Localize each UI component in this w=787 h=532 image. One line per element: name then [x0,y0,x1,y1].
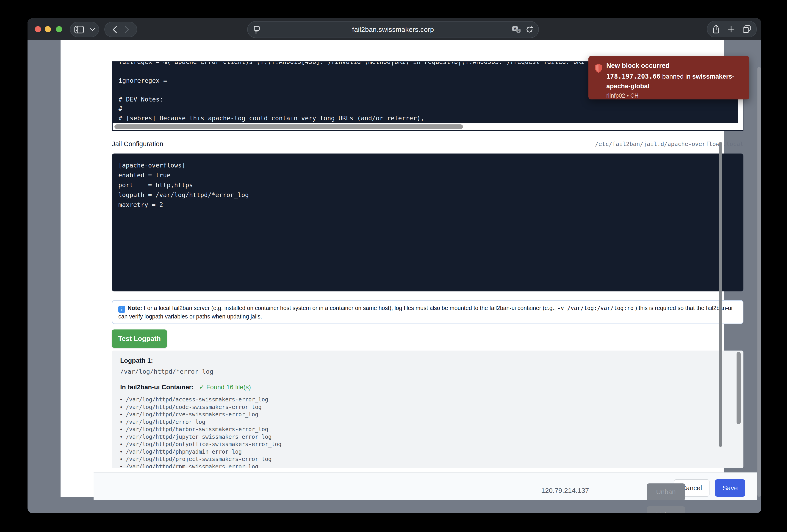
toolbar-right-group [707,21,757,37]
jail-config-title: Jail Configuration [112,140,163,148]
found-file-item: /var/log/httpd/project-swissmakers-error… [120,456,735,463]
note-code: -v /var/log:/var/log:ro [557,305,634,311]
filter-editor-hscroll-thumb[interactable] [114,125,463,129]
results-scrollbar-thumb[interactable] [737,352,741,424]
found-file-item: /var/log/httpd/cve-swissmakers-error_log [120,411,735,418]
toast-middle: banned in [660,73,692,80]
sidebar-icon [74,26,84,34]
toast-title: New block occurred [606,62,743,69]
chevron-down-icon [90,28,95,31]
translate-icon[interactable]: A文 [511,25,522,34]
minimize-window-button[interactable] [45,26,51,32]
share-icon[interactable] [713,25,720,34]
jail-config-header: Jail Configuration /etc/fail2ban/jail.d/… [112,139,743,149]
address-bar[interactable]: fail2ban.swissmakers.corp A文 [247,21,539,38]
zoom-window-button[interactable] [56,26,62,32]
edit-jail-modal: failregex = %(_apache_error_client)s (?:… [61,40,724,497]
jail-code-line: port = http,https [118,180,743,190]
jail-config-editor[interactable]: [apache-overflows]enabled = trueport = h… [112,154,743,291]
page-scrollbar-thumb[interactable] [758,67,761,497]
screen: fail2ban.swissmakers.corp A文 [0,0,787,532]
filter-code-line: # [119,104,738,113]
browser-toolbar: fail2ban.swissmakers.corp A文 [27,18,761,40]
sidebar-toggle-button[interactable] [70,22,99,37]
svg-text:文: 文 [517,29,520,32]
forward-button[interactable] [121,26,133,33]
nav-buttons [104,22,137,37]
found-file-item: /var/log/httpd/error_log [120,418,735,426]
found-file-item: /var/log/httpd/rpm-swissmakers-error_log [120,463,735,468]
info-icon: i [118,306,125,313]
toast-ip: 178.197.203.66 [606,73,660,80]
found-file-item: /var/log/httpd/jupyter-swissmakers-error… [120,433,735,441]
toast-message: 178.197.203.66 banned in swissmakers-apa… [606,72,743,91]
found-file-item: /var/log/httpd/code-swissmakers-error_lo… [120,403,735,411]
filter-editor-hscroll-track [112,123,738,130]
jail-code-line: enabled = true [118,170,743,180]
reload-icon[interactable] [526,25,533,34]
save-button[interactable]: Save [715,479,745,497]
container-label: In fail2ban-ui Container: [120,383,194,391]
new-block-toast[interactable]: New block occurred 178.197.203.66 banned… [589,56,749,99]
found-file-item: /var/log/httpd/phpmyadmin-error_log [120,448,735,456]
modal-scrollbar-thumb[interactable] [719,142,722,447]
browser-window: fail2ban.swissmakers.corp A文 [27,18,761,513]
filter-code-line: # [sebres] Because this apache-log could… [119,113,738,123]
shield-icon [594,63,603,75]
jail-code-line: [apache-overflows] [118,160,743,170]
close-window-button[interactable] [35,26,41,32]
note-text-1: For a local fail2ban server (e.g. instal… [142,305,557,311]
note-box: iNote: For a local fail2ban server (e.g.… [112,300,743,324]
jail-code-line: maxretry = 2 [118,200,743,209]
found-file-item: /var/log/httpd/access-swissmakers-error_… [120,396,735,403]
jail-code-line: logpath = /var/log/httpd/*error_log [118,190,743,200]
unban-button-dimmed-clipped[interactable]: Unban [647,506,685,513]
new-tab-icon[interactable] [727,25,735,33]
found-file-item: /var/log/httpd/onlyoffice-swissmakers-er… [120,441,735,448]
tabs-overview-icon[interactable] [743,25,751,33]
found-count: ✓ Found 16 file(s) [199,383,251,391]
test-logpath-button[interactable]: Test Logpath [112,330,167,348]
found-files-list: /var/log/httpd/access-swissmakers-error_… [120,396,735,468]
background-ip-cell: 120.79.214.137 [541,487,589,494]
logpath-label: Logpath 1: [120,357,735,364]
logpath-results-panel: Logpath 1: /var/log/httpd/*error_log In … [112,351,743,468]
logpath-value: /var/log/httpd/*error_log [120,368,735,375]
toast-meta: rlinfp02 • CH [606,92,743,99]
found-file-item: /var/log/httpd/harbor-swissmakers-error_… [120,426,735,433]
url-text: fail2ban.swissmakers.corp [248,26,538,34]
back-button[interactable] [109,26,121,33]
note-label: Note: [127,305,142,311]
svg-text:A: A [514,27,516,31]
container-result-row: In fail2ban-ui Container: ✓ Found 16 fil… [120,383,735,391]
unban-button-dimmed[interactable]: Unban [647,483,685,501]
